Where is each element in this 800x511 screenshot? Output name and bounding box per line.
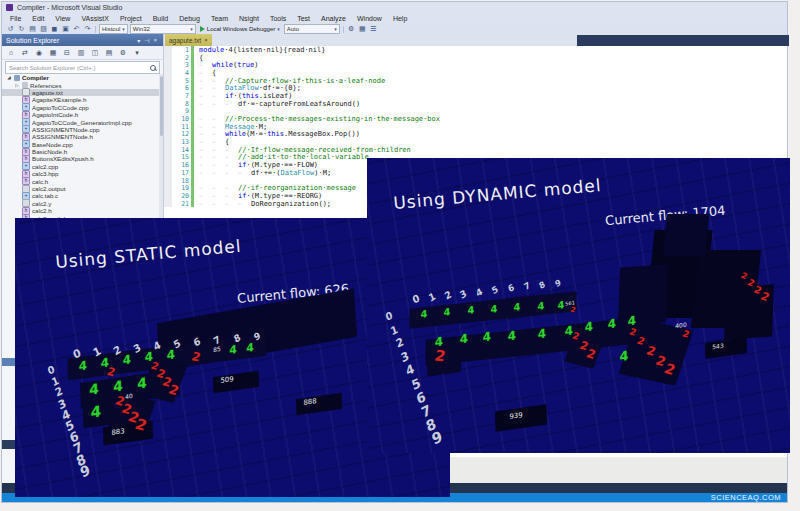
breakpoint-margin[interactable]	[164, 131, 172, 139]
axis-label: 2	[442, 289, 452, 303]
breakpoint-margin[interactable]	[164, 69, 172, 77]
breakpoint-margin[interactable]	[164, 184, 172, 192]
tree-item-label: calc2.cpp	[32, 163, 58, 170]
menu-item-view[interactable]: View	[50, 15, 75, 22]
toolbar-separator	[95, 26, 96, 33]
se-sync-icon[interactable]: ⇄	[19, 47, 31, 59]
tree-item[interactable]: calc2.y	[2, 200, 159, 207]
breakpoints-icon[interactable]: ▦	[358, 25, 367, 33]
menu-item-project[interactable]: Project	[115, 15, 147, 22]
chevron-down-icon: ▾	[277, 26, 280, 32]
breakpoint-margin[interactable]	[164, 200, 172, 208]
solution-explorer-titlebar[interactable]: Solution Explorer ▾ ⊣ ×	[2, 34, 163, 46]
menu-item-test[interactable]: Test	[292, 15, 315, 22]
attach-icon[interactable]: ⚙	[347, 25, 356, 33]
tree-expander-icon[interactable]: ◢	[6, 75, 12, 80]
search-icon	[150, 65, 156, 71]
code-line: 2{	[164, 54, 787, 62]
breakpoint-margin[interactable]	[164, 138, 172, 146]
platform-dropdown[interactable]: Win32 ▾	[130, 24, 196, 34]
se-collapse-icon[interactable]: ⊟	[61, 47, 73, 59]
cell-digit: 4	[468, 304, 475, 316]
solution-explorer-title: Solution Explorer	[6, 37, 135, 44]
cell-digit: 4	[137, 374, 147, 392]
se-showall-icon[interactable]: ▦	[47, 47, 59, 59]
breakpoint-margin[interactable]	[164, 46, 172, 54]
menu-item-debug[interactable]: Debug	[174, 15, 205, 22]
se-wrench-icon[interactable]: ⚙	[117, 47, 129, 59]
close-icon[interactable]: ×	[204, 37, 208, 43]
save-all-icon[interactable]: ▣	[61, 25, 70, 33]
breakpoint-margin[interactable]	[164, 146, 172, 154]
file-type-icon: h	[22, 177, 30, 185]
tree-item[interactable]: +BaseNode.cpp	[2, 141, 159, 148]
breakpoint-margin[interactable]	[164, 169, 172, 177]
pin-icon[interactable]: ⊣	[142, 37, 151, 44]
tree-item-label: AgapioToCCode.cpp	[32, 104, 89, 111]
watch-dropdown[interactable]: Auto ▾	[284, 24, 340, 34]
nav-forward-icon[interactable]: ↻	[17, 25, 26, 33]
breakpoint-margin[interactable]	[164, 154, 172, 162]
axis-label: 7	[522, 280, 531, 292]
breakpoint-margin[interactable]	[164, 123, 172, 131]
breakpoint-margin[interactable]	[164, 54, 172, 62]
save-icon[interactable]: ◼	[50, 25, 59, 33]
tree-expander-icon[interactable]: ▷	[14, 83, 20, 88]
menu-item-window[interactable]: Window	[352, 15, 387, 22]
window-titlebar[interactable]: Compiler - Microsoft Visual Studio	[2, 2, 787, 13]
cell-digit: 4	[608, 316, 616, 331]
redo-icon[interactable]: ↷	[83, 25, 92, 33]
se-preview-icon[interactable]: ◫	[89, 47, 101, 59]
se-properties-icon[interactable]: ▤	[103, 47, 115, 59]
axis-label: 1	[389, 322, 399, 337]
tree-item[interactable]: +calc2.cpp	[2, 163, 159, 170]
breakpoint-margin[interactable]	[164, 92, 172, 100]
menu-item-tools[interactable]: Tools	[265, 15, 291, 22]
axis-label: 9	[554, 277, 563, 289]
breakpoint-margin[interactable]	[164, 61, 172, 69]
se-pending-icon[interactable]: ▥	[75, 47, 87, 59]
code-line: 1module·4{listen·nil}{read·nil}	[164, 46, 787, 54]
new-file-icon[interactable]: ▤	[28, 25, 37, 33]
axis-label: 6	[506, 282, 515, 294]
breakpoint-margin[interactable]	[164, 115, 172, 123]
breakpoint-margin[interactable]	[164, 100, 172, 108]
tree-item[interactable]: +AgapioToCCode.cpp	[2, 104, 159, 111]
breakpoint-margin[interactable]	[164, 108, 172, 116]
cell-digit: 4	[229, 343, 237, 357]
cell-digit: 4	[508, 328, 516, 343]
menu-item-analyze[interactable]: Analyze	[316, 15, 351, 22]
axis-label: 3	[458, 287, 468, 301]
menu-item-edit[interactable]: Edit	[27, 15, 49, 22]
se-more-icon[interactable]: ▾	[131, 47, 143, 59]
breakpoint-margin[interactable]	[164, 161, 172, 169]
undo-icon[interactable]: ↶	[72, 25, 81, 33]
se-home-icon[interactable]: ⌂	[5, 47, 17, 59]
breakpoint-margin[interactable]	[164, 84, 172, 92]
menu-item-team[interactable]: Team	[206, 15, 233, 22]
menu-item-nsight[interactable]: Nsight	[234, 15, 264, 22]
nav-back-icon[interactable]: ↺	[6, 25, 15, 33]
cell-digit: 4	[558, 299, 565, 311]
start-debugging-button[interactable]: Local Windows Debugger ▾	[198, 25, 282, 33]
tab-agapute[interactable]: agapute.txt ×	[165, 34, 212, 46]
tree-item[interactable]: ◢Compiler	[2, 74, 159, 81]
window-position-icon[interactable]: ▾	[135, 37, 142, 44]
breakpoint-margin[interactable]	[164, 77, 172, 85]
scrollbar-thumb[interactable]	[160, 76, 163, 136]
screenshot-stage: Compiler - Microsoft Visual Studio FileE…	[0, 0, 800, 511]
breakpoint-margin[interactable]	[164, 177, 172, 185]
menu-item-file[interactable]: File	[5, 15, 26, 22]
breakpoint-margin[interactable]	[164, 192, 172, 200]
options-icon[interactable]: ☰	[369, 25, 378, 33]
tree-item[interactable]: hcalc.h	[2, 177, 159, 184]
change-tracking-bar	[191, 108, 194, 116]
solution-explorer-search[interactable]: Search Solution Explorer (Ctrl+;)	[5, 61, 160, 74]
config-dropdown[interactable]: Histoul ▾	[99, 24, 128, 34]
open-file-icon[interactable]: ▨	[39, 25, 48, 33]
menu-item-help[interactable]: Help	[388, 15, 412, 22]
menu-item-build[interactable]: Build	[148, 15, 174, 22]
close-icon[interactable]: ×	[151, 37, 159, 43]
menu-item-vassistx[interactable]: VAssistX	[76, 15, 114, 22]
se-scope-icon[interactable]: ◉	[33, 47, 45, 59]
